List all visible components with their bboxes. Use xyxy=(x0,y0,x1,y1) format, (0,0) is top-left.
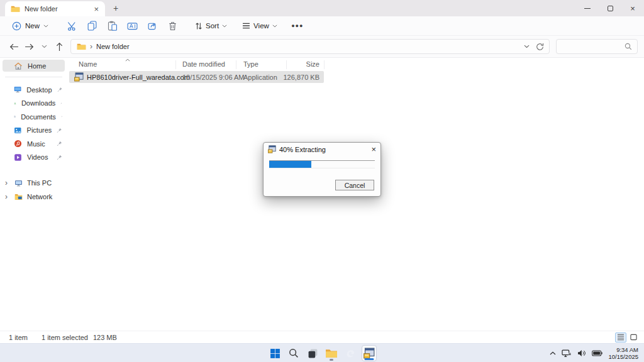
refresh-icon[interactable] xyxy=(536,43,544,51)
column-header-date-modified[interactable]: Date modified xyxy=(182,60,225,68)
search-icon xyxy=(625,43,632,50)
search-input[interactable] xyxy=(562,42,625,51)
tab-bar: New folder × + × xyxy=(0,0,644,16)
more-options-button[interactable]: ●●● xyxy=(288,18,307,33)
paste-button[interactable] xyxy=(103,18,121,33)
new-tab-button[interactable]: + xyxy=(113,4,118,13)
sidebar-item-videos[interactable]: Videos xyxy=(0,151,67,165)
sidebar-item-network[interactable]: › Network xyxy=(0,190,67,204)
maximize-button[interactable] xyxy=(599,0,621,16)
rename-button[interactable] xyxy=(123,18,142,33)
tab-close-icon[interactable]: × xyxy=(92,5,100,13)
sidebar-item-documents[interactable]: Documents xyxy=(0,110,67,124)
file-row-selected[interactable]: HP8610driver-Full_waredata.com 10/15/202… xyxy=(69,71,324,83)
taskbar-app-icons xyxy=(267,344,377,362)
edge-icon xyxy=(345,348,356,359)
chevron-right-icon[interactable]: › xyxy=(5,193,10,200)
dialog-title: 40% Extracting xyxy=(279,146,368,153)
taskbar-edge-button[interactable] xyxy=(343,345,358,361)
installer-file-icon xyxy=(268,145,276,153)
system-tray: 9:34 AM 10/15/2025 xyxy=(550,344,644,362)
clock-time: 9:34 AM xyxy=(608,346,638,353)
address-bar: › New folder xyxy=(0,36,644,58)
installer-file-icon xyxy=(74,72,84,82)
sort-icon xyxy=(195,22,203,30)
file-type: Application xyxy=(243,71,277,83)
clock-date: 10/15/2025 xyxy=(608,353,638,360)
sort-button[interactable]: Sort xyxy=(191,20,231,32)
sidebar-item-this-pc[interactable]: › This PC xyxy=(0,176,67,190)
sidebar-item-music[interactable]: Music xyxy=(0,137,67,151)
details-view-button[interactable] xyxy=(615,332,626,343)
dialog-close-icon[interactable]: × xyxy=(371,145,376,153)
back-button[interactable] xyxy=(6,39,21,54)
volume-icon[interactable] xyxy=(577,349,586,357)
window-controls: × xyxy=(576,0,644,16)
sidebar-item-desktop[interactable]: Desktop xyxy=(0,83,67,97)
search-icon xyxy=(289,348,299,358)
address-dropdown-icon[interactable] xyxy=(524,45,530,48)
sort-ascending-icon xyxy=(125,58,130,62)
sidebar-item-label: Network xyxy=(27,193,52,200)
explorer-tab[interactable]: New folder × xyxy=(5,1,105,16)
downloads-icon xyxy=(14,99,16,107)
taskbar-search-button[interactable] xyxy=(286,345,301,361)
cut-icon xyxy=(67,21,76,31)
sidebar-item-downloads[interactable]: Downloads xyxy=(0,97,67,111)
sidebar-item-label: This PC xyxy=(27,179,52,187)
breadcrumb[interactable]: › New folder xyxy=(70,39,550,54)
taskbar-extractor-button[interactable] xyxy=(362,345,377,361)
start-button[interactable] xyxy=(267,345,282,361)
breadcrumb-separator: › xyxy=(90,43,92,50)
forward-button[interactable] xyxy=(21,39,36,54)
column-header-name[interactable]: Name xyxy=(79,60,97,68)
sidebar-item-home[interactable]: Home xyxy=(3,60,65,72)
column-header-type[interactable]: Type xyxy=(243,60,258,68)
task-view-button[interactable] xyxy=(305,345,320,361)
pin-icon xyxy=(57,87,62,92)
pin-icon xyxy=(60,101,62,106)
network-icon xyxy=(14,193,23,201)
share-button[interactable] xyxy=(143,18,162,33)
hidden-icons-chevron-icon[interactable] xyxy=(550,351,556,355)
taskbar: 9:34 AM 10/15/2025 xyxy=(0,343,644,362)
minimize-button[interactable] xyxy=(576,0,599,16)
large-icons-view-button[interactable] xyxy=(628,332,639,343)
delete-button[interactable] xyxy=(163,18,182,33)
chevron-right-icon[interactable]: › xyxy=(5,179,10,187)
battery-icon[interactable] xyxy=(592,350,602,356)
sidebar-item-label: Music xyxy=(27,140,45,148)
view-button[interactable]: View xyxy=(238,20,282,31)
sidebar-divider xyxy=(5,77,62,77)
copy-button[interactable] xyxy=(82,18,101,33)
taskbar-clock[interactable]: 9:34 AM 10/15/2025 xyxy=(608,346,638,360)
up-button[interactable] xyxy=(52,39,67,54)
cancel-button[interactable]: Cancel xyxy=(335,180,374,190)
folder-icon xyxy=(11,5,20,13)
close-button[interactable]: × xyxy=(621,0,644,16)
documents-icon xyxy=(14,112,16,121)
dialog-title-bar[interactable]: 40% Extracting × xyxy=(264,143,380,156)
search-box[interactable] xyxy=(556,39,638,54)
large-icons-view-icon xyxy=(630,334,637,341)
sidebar-item-pictures[interactable]: Pictures xyxy=(0,124,67,138)
new-button[interactable]: New xyxy=(6,19,54,33)
start-icon xyxy=(270,348,280,359)
column-header-size[interactable]: Size xyxy=(294,60,319,68)
sidebar-item-label: Home xyxy=(28,62,46,70)
cut-button[interactable] xyxy=(62,18,81,33)
extract-progress-bar xyxy=(269,160,375,168)
active-app-indicator xyxy=(365,358,374,360)
recent-locations-button[interactable] xyxy=(36,39,52,54)
more-options-icon: ●●● xyxy=(291,23,303,29)
share-icon xyxy=(148,21,157,31)
tab-title: New folder xyxy=(25,5,88,13)
item-count: 1 item xyxy=(9,334,28,341)
breadcrumb-location: New folder xyxy=(96,43,130,50)
new-button-label: New xyxy=(25,22,40,30)
pin-icon xyxy=(61,114,62,119)
network-tray-icon[interactable] xyxy=(562,349,572,358)
chevron-down-icon xyxy=(43,25,48,28)
home-icon xyxy=(14,62,23,70)
taskbar-file-explorer-button[interactable] xyxy=(324,345,339,361)
